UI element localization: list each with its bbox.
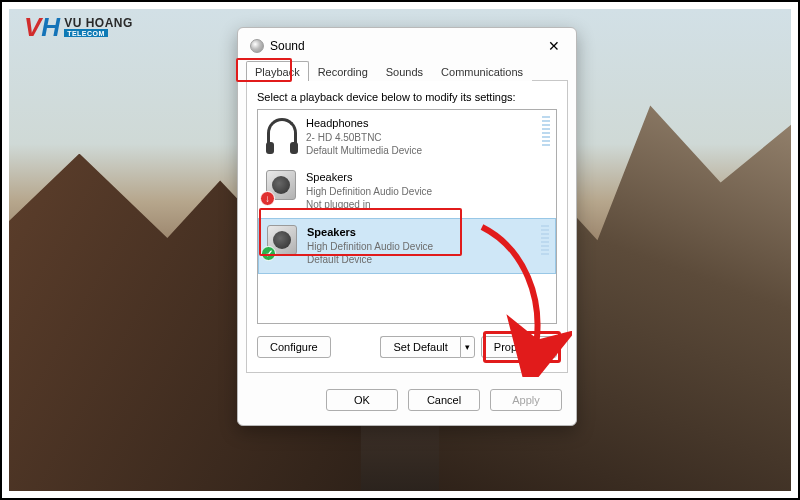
tab-communications[interactable]: Communications xyxy=(432,61,532,81)
logo-text-line1: VU HOANG xyxy=(64,17,133,29)
annotation-arrow xyxy=(462,217,572,377)
headphones-icon xyxy=(266,116,298,148)
ok-button[interactable]: OK xyxy=(326,389,398,411)
highlight-playback-tab xyxy=(236,58,292,82)
device-headphones[interactable]: Headphones 2- HD 4.50BTNC Default Multim… xyxy=(258,110,556,164)
tab-recording[interactable]: Recording xyxy=(309,61,377,81)
set-default-split-button[interactable]: Set Default ▾ xyxy=(380,336,474,358)
device-subtitle: High Definition Audio Device xyxy=(306,185,432,199)
device-name: Headphones xyxy=(306,116,422,131)
logo-text-line2: TELECOM xyxy=(64,29,108,37)
dialog-title: Sound xyxy=(270,39,305,53)
dialog-footer-buttons: OK Cancel Apply xyxy=(238,381,576,425)
tab-strip: Playback Recording Sounds Communications xyxy=(238,60,576,80)
level-meter xyxy=(542,116,550,148)
tab-sounds[interactable]: Sounds xyxy=(377,61,432,81)
cancel-button[interactable]: Cancel xyxy=(408,389,480,411)
logo-mark: VH xyxy=(24,14,60,40)
instruction-text: Select a playback device below to modify… xyxy=(257,91,557,103)
speaker-icon xyxy=(266,170,298,202)
sound-icon xyxy=(250,39,264,53)
device-status: Default Multimedia Device xyxy=(306,144,422,158)
configure-button[interactable]: Configure xyxy=(257,336,331,358)
watermark-logo: VH VU HOANG TELECOM xyxy=(24,14,133,40)
highlight-selected-device xyxy=(259,208,462,256)
set-default-button[interactable]: Set Default xyxy=(380,336,459,358)
titlebar[interactable]: Sound ✕ xyxy=(238,28,576,60)
device-name: Speakers xyxy=(306,170,432,185)
close-button[interactable]: ✕ xyxy=(542,36,566,56)
screenshot-frame: VH VU HOANG TELECOM Sound ✕ Playback Rec… xyxy=(0,0,800,500)
apply-button[interactable]: Apply xyxy=(490,389,562,411)
device-subtitle: 2- HD 4.50BTNC xyxy=(306,131,422,145)
unplugged-badge-icon xyxy=(260,191,275,206)
